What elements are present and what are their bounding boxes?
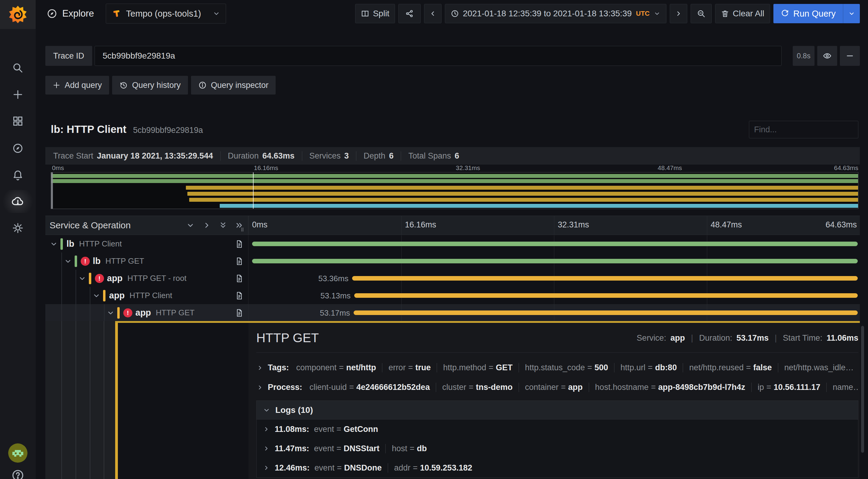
process-item[interactable]: cluster = tns-demo [436, 383, 513, 392]
logs-header[interactable]: Logs (10) [256, 401, 858, 419]
help-icon[interactable] [11, 469, 25, 479]
span-color-bar [117, 307, 120, 319]
span-color-bar [75, 255, 77, 267]
collapse-one-icon[interactable] [186, 221, 195, 230]
minimap-span-bar [186, 186, 858, 190]
span-bar-cell[interactable]: 53.13ms [248, 287, 860, 304]
chevron-right-icon[interactable] [256, 384, 264, 391]
axis-tick: 64.63ms [826, 220, 860, 230]
span-service: lb [66, 239, 74, 249]
span-document-icon[interactable] [235, 240, 244, 248]
span-duration-bar[interactable] [252, 259, 858, 263]
chevron-down-icon[interactable] [64, 257, 72, 266]
tag-item[interactable]: http.method = GET [437, 363, 513, 372]
find-input[interactable] [749, 121, 858, 138]
collapse-all-icon[interactable] [218, 221, 227, 230]
process-item[interactable]: ip = 10.56.111.17 [751, 383, 820, 392]
span-row[interactable]: app HTTP Client 53.13ms [45, 287, 860, 304]
add-query-button[interactable]: Add query [45, 76, 109, 95]
minimap-tick-labels: 0ms16.16ms32.31ms48.47ms64.63ms [51, 164, 858, 172]
sidebar [0, 0, 36, 479]
chevron-down-icon[interactable] [50, 240, 58, 248]
tag-item[interactable]: http.url = db:80 [614, 363, 677, 372]
grafana-logo[interactable] [0, 0, 36, 29]
search-icon[interactable] [0, 57, 36, 79]
span-name-cell[interactable]: lb HTTP GET [45, 252, 248, 270]
minimap-tick: 0ms [51, 164, 64, 172]
explore-icon[interactable] [0, 137, 36, 160]
minimap-tick: 16.16ms [253, 164, 278, 172]
process-item[interactable]: client-uuid = 4e24666612b52dea [309, 383, 430, 392]
tag-item[interactable]: net/http.was_idle… = [778, 363, 854, 372]
span-document-icon[interactable] [235, 308, 244, 317]
expand-one-icon[interactable] [202, 221, 211, 230]
settings-icon[interactable] [0, 216, 36, 240]
trace-minimap[interactable]: 0ms16.16ms32.31ms48.47ms64.63ms [51, 164, 858, 209]
minimap-tick: 32.31ms [455, 164, 480, 172]
span-document-icon[interactable] [235, 257, 244, 266]
tag-item[interactable]: net/http.reused = false [683, 363, 772, 372]
tag-item[interactable]: error = true [382, 363, 431, 372]
span-duration-bar[interactable] [352, 276, 858, 281]
span-service: app [107, 273, 123, 283]
logs-section: Logs (10) 11.08ms: [256, 401, 858, 478]
span-name-cell[interactable]: app HTTP GET [45, 304, 248, 321]
plus-icon[interactable] [0, 83, 36, 106]
process-item[interactable]: host.hostname = app-8498cb7b9d-l7h4z [589, 383, 745, 392]
chevron-down-icon[interactable] [78, 274, 87, 283]
span-row[interactable]: app HTTP GET 53.17ms [45, 304, 860, 321]
process-item[interactable]: container = app [519, 383, 583, 392]
chevron-down-icon[interactable] [106, 309, 115, 317]
tags-label[interactable]: Tags: [268, 363, 289, 372]
process-label[interactable]: Process: [268, 383, 302, 392]
trace-header: lb: HTTP Client 5cb99bbf9e29819a [51, 123, 203, 135]
chevron-down-icon[interactable] [92, 292, 101, 300]
dashboards-icon[interactable] [0, 110, 36, 133]
trace-meta-item: Total Spans6 [401, 151, 459, 161]
span-bar-cell[interactable] [248, 235, 860, 252]
minus-icon [845, 52, 855, 60]
span-bar-cell[interactable]: 53.17ms [248, 304, 860, 321]
span-duration-bar[interactable] [353, 310, 858, 315]
query-history-button[interactable]: Query history [112, 76, 188, 95]
detail-accent-stripe [115, 323, 118, 479]
process-item[interactable]: name… = [826, 383, 858, 392]
trace-id-input[interactable] [95, 46, 781, 66]
duration-value: 53.17ms [737, 334, 769, 343]
log-row[interactable]: 11.47ms: event = DNSStart [256, 439, 858, 458]
span-duration-bar[interactable] [252, 242, 858, 246]
toggle-visibility-button[interactable] [817, 46, 837, 66]
minimap-cursor-line [253, 172, 254, 209]
minimap-drag-handle[interactable] [51, 172, 53, 209]
chevron-right-icon[interactable] [256, 364, 264, 372]
cloud-alert-icon[interactable] [0, 190, 36, 213]
tree-indent [50, 252, 64, 270]
span-name-cell[interactable]: app HTTP Client [45, 287, 248, 304]
remove-query-button[interactable] [840, 46, 860, 66]
minimap-canvas[interactable] [51, 172, 858, 209]
error-icon [123, 308, 132, 317]
process-row: Process: client-uuid = 4e24666612b52dea … [256, 383, 858, 392]
span-row[interactable]: lb HTTP Client [45, 235, 860, 252]
log-row[interactable]: 12.46ms: event = DNSDone [256, 458, 858, 478]
span-name-cell[interactable]: app HTTP GET - root [45, 270, 248, 287]
span-bar-cell[interactable] [248, 252, 860, 270]
span-row[interactable]: app HTTP GET - root 53.36ms [45, 270, 860, 287]
span-row[interactable]: lb HTTP GET [45, 252, 860, 270]
log-row[interactable]: 11.08ms: event = GetConn [256, 419, 858, 439]
span-document-icon[interactable] [235, 274, 244, 283]
user-avatar[interactable] [8, 443, 28, 463]
span-operation: HTTP GET [156, 308, 195, 317]
column-resize-handle[interactable] [239, 226, 246, 234]
span-document-icon[interactable] [235, 291, 244, 300]
tag-item[interactable]: component = net/http [296, 363, 376, 372]
log-field: event = DNSStart [314, 444, 379, 453]
span-name-cell[interactable]: lb HTTP Client [45, 235, 248, 252]
scrollbar-thumb[interactable] [861, 326, 864, 453]
span-duration-bar[interactable] [354, 293, 858, 298]
span-bar-cell[interactable]: 53.36ms [248, 270, 860, 287]
query-inspector-button[interactable]: Query inspector [191, 76, 276, 95]
trace-meta-item: Duration64.63ms [220, 151, 295, 161]
tag-item[interactable]: http.status_code = 500 [519, 363, 608, 372]
alerting-icon[interactable] [0, 163, 36, 186]
